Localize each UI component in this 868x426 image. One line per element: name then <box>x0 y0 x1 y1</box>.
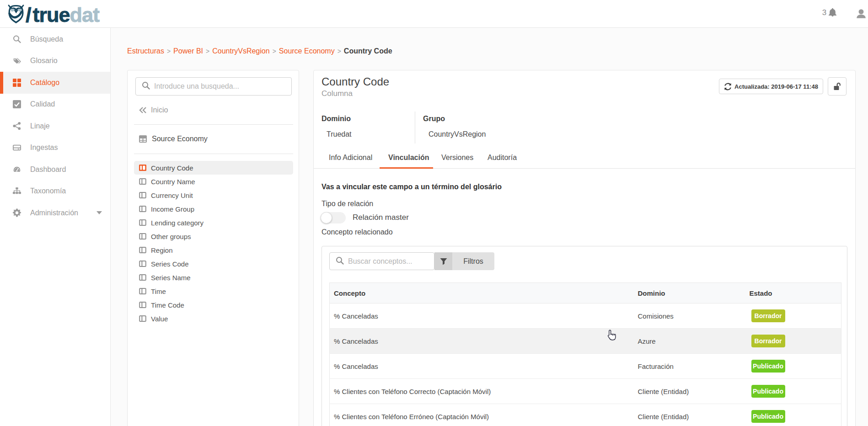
svg-text:/truedat: /truedat <box>26 3 100 27</box>
